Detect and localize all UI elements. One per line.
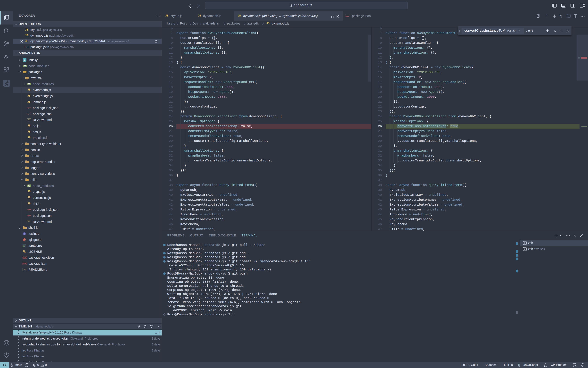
svg-text:JS: JS — [28, 185, 30, 187]
svg-text:JS: JS — [28, 83, 30, 85]
svg-text:JS: JS — [24, 65, 26, 67]
